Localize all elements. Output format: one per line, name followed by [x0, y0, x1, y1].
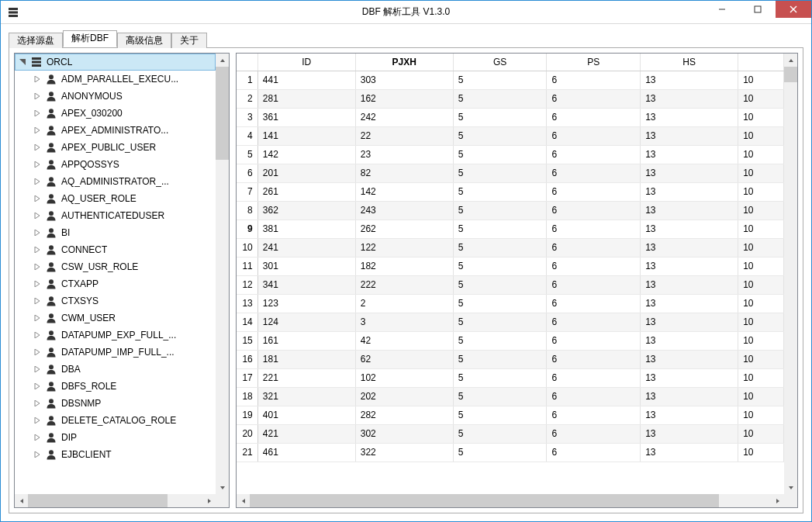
- tree-item[interactable]: APEX_PUBLIC_USER: [15, 139, 216, 156]
- tree-item[interactable]: DBFS_ROLE: [15, 378, 216, 395]
- cell-id[interactable]: 341: [257, 275, 355, 294]
- cell-gs[interactable]: 5: [453, 201, 547, 220]
- table-row[interactable]: 9381262561310: [237, 220, 784, 238]
- cell-id[interactable]: 461: [257, 443, 355, 462]
- cell-rest[interactable]: 10: [738, 406, 784, 424]
- cell-gs[interactable]: 5: [453, 368, 547, 387]
- cell-pjxh[interactable]: 182: [355, 257, 453, 275]
- cell-ps[interactable]: 6: [547, 164, 641, 182]
- row-number[interactable]: 17: [237, 368, 257, 387]
- cell-hs[interactable]: 13: [641, 182, 738, 201]
- cell-rest[interactable]: 10: [738, 220, 784, 238]
- expander-icon[interactable]: [32, 366, 43, 372]
- expander-icon[interactable]: [32, 76, 43, 82]
- row-number[interactable]: 15: [237, 331, 257, 350]
- tab-3[interactable]: 关于: [171, 33, 207, 48]
- tree-item[interactable]: DELETE_CATALOG_ROLE: [15, 412, 216, 429]
- tree-item[interactable]: CTXAPP: [15, 275, 216, 292]
- cell-id[interactable]: 362: [257, 201, 355, 220]
- expander-icon[interactable]: [32, 110, 43, 116]
- scroll-left-button[interactable]: [15, 494, 28, 507]
- cell-id[interactable]: 201: [257, 164, 355, 182]
- cell-ps[interactable]: 6: [547, 275, 641, 294]
- cell-pjxh[interactable]: 3: [355, 313, 453, 331]
- cell-gs[interactable]: 5: [453, 126, 547, 145]
- tree-horizontal-scrollbar[interactable]: [15, 494, 216, 507]
- column-header[interactable]: [738, 54, 784, 71]
- cell-ps[interactable]: 6: [547, 257, 641, 275]
- cell-hs[interactable]: 13: [641, 257, 738, 275]
- cell-ps[interactable]: 6: [547, 406, 641, 424]
- expander-icon[interactable]: [32, 264, 43, 270]
- row-header-corner[interactable]: [237, 54, 257, 71]
- cell-gs[interactable]: 5: [453, 220, 547, 238]
- cell-ps[interactable]: 6: [547, 387, 641, 406]
- cell-ps[interactable]: 6: [547, 182, 641, 201]
- tree-item[interactable]: DBA: [15, 361, 216, 378]
- cell-ps[interactable]: 6: [547, 220, 641, 238]
- expander-icon[interactable]: [32, 298, 43, 304]
- scroll-thumb[interactable]: [784, 67, 797, 82]
- tree-item[interactable]: DATAPUMP_EXP_FULL_...: [15, 327, 216, 344]
- table-row[interactable]: 131232561310: [237, 294, 784, 313]
- cell-id[interactable]: 241: [257, 238, 355, 257]
- cell-hs[interactable]: 13: [641, 331, 738, 350]
- tree-item[interactable]: APEX_030200: [15, 105, 216, 122]
- cell-hs[interactable]: 13: [641, 313, 738, 331]
- row-number[interactable]: 5: [237, 145, 257, 164]
- cell-pjxh[interactable]: 23: [355, 145, 453, 164]
- cell-ps[interactable]: 6: [547, 238, 641, 257]
- scroll-right-button[interactable]: [202, 494, 216, 507]
- cell-rest[interactable]: 10: [738, 71, 784, 89]
- expander-icon[interactable]: [32, 315, 43, 321]
- cell-ps[interactable]: 6: [547, 331, 641, 350]
- tree-item[interactable]: AQ_USER_ROLE: [15, 190, 216, 207]
- scroll-thumb[interactable]: [216, 67, 229, 160]
- cell-id[interactable]: 301: [257, 257, 355, 275]
- tab-2[interactable]: 高级信息: [117, 33, 171, 48]
- cell-rest[interactable]: 10: [738, 331, 784, 350]
- cell-gs[interactable]: 5: [453, 257, 547, 275]
- expander-icon[interactable]: [32, 434, 43, 441]
- cell-rest[interactable]: 10: [738, 164, 784, 182]
- column-header[interactable]: GS: [453, 54, 547, 71]
- tree-item[interactable]: CONNECT: [15, 241, 216, 258]
- expander-icon[interactable]: [32, 400, 43, 406]
- tree-item[interactable]: AQ_ADMINISTRATOR_...: [15, 173, 216, 190]
- table-row[interactable]: 620182561310: [237, 164, 784, 182]
- cell-id[interactable]: 161: [257, 331, 355, 350]
- cell-gs[interactable]: 5: [453, 406, 547, 424]
- cell-rest[interactable]: 10: [738, 108, 784, 126]
- column-header[interactable]: ID: [257, 54, 355, 71]
- cell-gs[interactable]: 5: [453, 313, 547, 331]
- cell-ps[interactable]: 6: [547, 424, 641, 443]
- scroll-track[interactable]: [28, 494, 202, 507]
- cell-ps[interactable]: 6: [547, 71, 641, 89]
- cell-id[interactable]: 141: [257, 126, 355, 145]
- cell-id[interactable]: 261: [257, 182, 355, 201]
- cell-pjxh[interactable]: 303: [355, 71, 453, 89]
- expander-icon[interactable]: [32, 93, 43, 99]
- expander-icon[interactable]: [17, 59, 28, 65]
- cell-pjxh[interactable]: 22: [355, 126, 453, 145]
- cell-id[interactable]: 381: [257, 220, 355, 238]
- cell-pjxh[interactable]: 102: [355, 368, 453, 387]
- expander-icon[interactable]: [32, 178, 43, 185]
- row-number[interactable]: 12: [237, 275, 257, 294]
- cell-hs[interactable]: 13: [641, 275, 738, 294]
- cell-ps[interactable]: 6: [547, 350, 641, 368]
- row-number[interactable]: 8: [237, 201, 257, 220]
- column-header[interactable]: HS: [641, 54, 738, 71]
- table-row[interactable]: 17221102561310: [237, 368, 784, 387]
- cell-rest[interactable]: 10: [738, 182, 784, 201]
- cell-hs[interactable]: 13: [641, 108, 738, 126]
- cell-rest[interactable]: 10: [738, 368, 784, 387]
- cell-rest[interactable]: 10: [738, 387, 784, 406]
- cell-id[interactable]: 361: [257, 108, 355, 126]
- tree-item[interactable]: EJBCLIENT: [15, 446, 216, 463]
- cell-hs[interactable]: 13: [641, 424, 738, 443]
- cell-rest[interactable]: 10: [738, 145, 784, 164]
- expander-icon[interactable]: [32, 213, 43, 219]
- row-number[interactable]: 10: [237, 238, 257, 257]
- cell-pjxh[interactable]: 122: [355, 238, 453, 257]
